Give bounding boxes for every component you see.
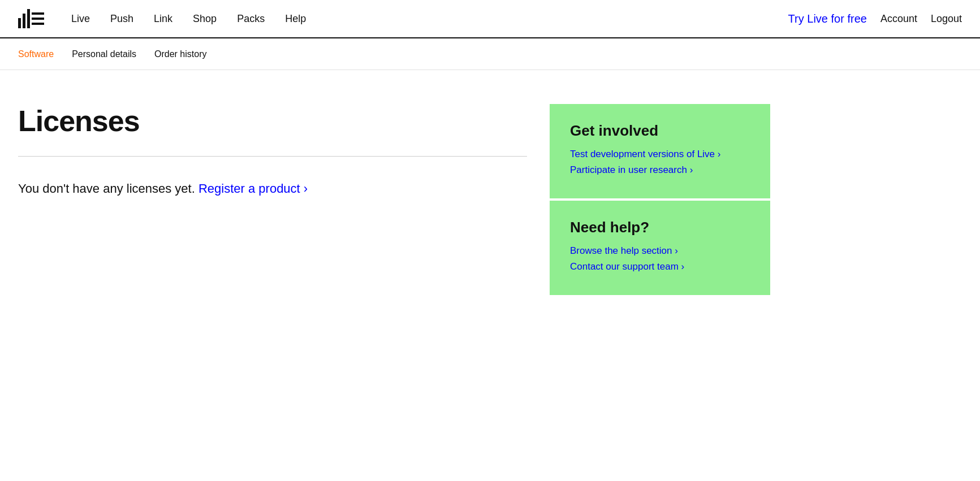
licenses-content: Licenses You don't have any licenses yet… [18, 104, 527, 297]
sidebar: Get involved Test development versions o… [550, 104, 770, 297]
account-link[interactable]: Account [880, 13, 917, 25]
sub-nav-software[interactable]: Software [18, 49, 54, 59]
contact-support-link[interactable]: Contact our support team › [570, 261, 750, 272]
try-live-button[interactable]: Try Live for free [788, 12, 867, 25]
logo-line-3 [32, 23, 44, 25]
get-involved-card: Get involved Test development versions o… [550, 104, 770, 198]
sub-nav-personal-details[interactable]: Personal details [72, 49, 136, 59]
logo-line-1 [32, 12, 44, 15]
logo-line-2 [32, 18, 44, 20]
logo-bar-2 [23, 14, 25, 28]
logo-lines [32, 9, 44, 28]
test-dev-versions-link[interactable]: Test development versions of Live › [570, 149, 750, 160]
header-right: Try Live for free Account Logout [788, 12, 962, 25]
user-research-link[interactable]: Participate in user research › [570, 164, 750, 176]
need-help-card: Need help? Browse the help section › Con… [550, 201, 770, 295]
logo-bar-3 [27, 9, 30, 28]
empty-licenses-message: You don't have any licenses yet. Registe… [18, 179, 527, 198]
header-left: Live Push Link Shop Packs Help [18, 9, 306, 28]
logout-link[interactable]: Logout [931, 13, 962, 25]
main-header: Live Push Link Shop Packs Help Try Live … [0, 0, 980, 38]
browse-help-link[interactable]: Browse the help section › [570, 245, 750, 257]
page-title: Licenses [18, 104, 527, 138]
nav-link-shop[interactable]: Shop [193, 13, 217, 25]
divider [18, 156, 527, 157]
get-involved-title: Get involved [570, 122, 750, 140]
logo-bar-1 [18, 18, 21, 28]
empty-message-text: You don't have any licenses yet. [18, 181, 195, 196]
sub-nav: Software Personal details Order history [0, 38, 980, 70]
nav-link-link[interactable]: Link [154, 13, 172, 25]
nav-link-live[interactable]: Live [71, 13, 90, 25]
main-content: Licenses You don't have any licenses yet… [0, 104, 980, 297]
nav-link-help[interactable]: Help [285, 13, 306, 25]
sub-nav-order-history[interactable]: Order history [154, 49, 206, 59]
logo[interactable] [18, 9, 44, 28]
register-product-link[interactable]: Register a product › [198, 181, 308, 196]
logo-icon [18, 9, 44, 28]
need-help-title: Need help? [570, 219, 750, 236]
nav-link-push[interactable]: Push [110, 13, 133, 25]
nav-link-packs[interactable]: Packs [237, 13, 265, 25]
